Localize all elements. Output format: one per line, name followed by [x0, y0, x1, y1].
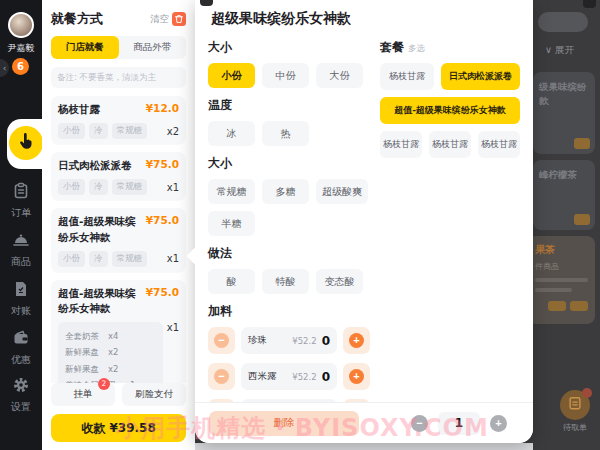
combo-chip[interactable]: 日式肉松派派卷	[441, 63, 520, 90]
addon-qty: 0	[322, 334, 330, 348]
option-chip[interactable]: 常规糖	[208, 179, 255, 204]
modal-title: 超级果味缤纷乐女神款	[211, 10, 520, 28]
gear-icon	[12, 379, 30, 398]
trash-icon	[172, 12, 186, 26]
sidebar-item-settings[interactable]: 设置	[0, 376, 42, 414]
pos-app: 尹嘉毅 ‹ 6 订单 商品 对账 优惠 设置	[0, 0, 600, 450]
option-chip[interactable]: 变态酸	[316, 269, 363, 294]
combo-chip[interactable]: 杨枝甘露	[380, 63, 434, 90]
option-chip[interactable]: 特酸	[262, 269, 309, 294]
group-label-addons: 加料	[208, 303, 370, 320]
add-to-cart-badge	[574, 214, 590, 225]
plus-stepper-button[interactable]: +	[343, 327, 370, 354]
plus-stepper-button[interactable]: +	[343, 363, 370, 390]
group-label-method: 做法	[208, 245, 370, 262]
combo-chip[interactable]: 杨枝甘露	[380, 131, 422, 158]
tab-takeout[interactable]: 商品外带	[119, 36, 187, 59]
minus-icon: −	[214, 369, 229, 384]
modal-footer: 删除 − 1 +	[195, 402, 533, 443]
hand-pointer-icon	[17, 132, 35, 154]
option-chip[interactable]: 大份	[316, 63, 363, 88]
spec-tag: 小份	[58, 179, 85, 195]
minus-stepper-button[interactable]: −	[208, 363, 235, 390]
combo-chip[interactable]: 超值-超级果味缤纷乐女神款	[380, 97, 520, 124]
dine-mode-tabs: 门店就餐 商品外带	[51, 36, 186, 59]
order-note-input[interactable]: 备注: 不要香菜，清淡为主	[51, 67, 186, 88]
spec-tag: 常规糖	[112, 179, 148, 195]
option-chip[interactable]: 多糖	[262, 179, 309, 204]
addon-row: − 珍珠 ¥52.2 0 +	[208, 327, 370, 354]
order-item[interactable]: 超值-超级果味缤纷乐女神款 ¥75.0 小份 冷 常规糖 x1	[51, 208, 186, 272]
avatar[interactable]	[8, 12, 34, 38]
pickup-badge	[582, 388, 592, 398]
addon-qty: 0	[322, 370, 330, 384]
option-chip[interactable]: 冰	[208, 121, 255, 146]
hold-order-badge: 2	[98, 378, 110, 390]
clear-order-button[interactable]: 清空	[150, 12, 186, 26]
tab-dine-in[interactable]: 门店就餐	[51, 36, 119, 59]
addon-row: − 西米露 ¥52.2 0 +	[208, 363, 370, 390]
option-chip[interactable]: 热	[262, 121, 309, 146]
pending-pickup-button: 待取单	[553, 390, 597, 433]
option-chip[interactable]: 超级酸爽	[316, 179, 368, 204]
clipboard-icon	[12, 185, 30, 204]
spec-tag: 常规糖	[112, 123, 148, 139]
item-qty: x1	[167, 322, 179, 333]
qty-minus-button[interactable]: −	[411, 415, 428, 432]
option-chip[interactable]: 小份	[208, 63, 255, 88]
qty-plus-button[interactable]: +	[490, 415, 507, 432]
order-item[interactable]: 日式肉松派派卷 ¥75.0 小份 冷 常规糖 x1	[51, 152, 186, 201]
option-chip[interactable]: 半糖	[208, 211, 255, 236]
panel-close-icon	[583, 0, 596, 8]
addon-item: 珍珠 ¥52.2 0	[241, 327, 337, 354]
sidebar-item-products[interactable]: 商品	[0, 231, 42, 269]
user-name: 尹嘉毅	[0, 42, 42, 55]
combo-chip[interactable]: 杨枝甘露	[478, 131, 520, 158]
modal-bottom-strip	[195, 443, 533, 450]
sidebar-item-reconcile[interactable]: 对账	[0, 280, 42, 318]
popup-button	[570, 301, 588, 311]
expand-link: ∨ 展开	[545, 44, 574, 57]
add-to-cart-badge	[574, 138, 590, 149]
qty-value: 1	[438, 412, 480, 435]
product-card: 峰柠檬茶	[533, 160, 595, 230]
group-label-size: 大小	[208, 39, 370, 56]
report-document-icon	[12, 283, 30, 302]
spec-tag: 常规糖	[112, 251, 148, 267]
plus-icon: +	[349, 369, 364, 384]
modal-close-icon[interactable]	[200, 0, 213, 6]
combo-components: 全套奶茶x4 新鲜果盘x2 新鲜果盘x2 美味全日坚果x1	[58, 322, 163, 383]
minus-stepper-button[interactable]: −	[208, 327, 235, 354]
sidebar-item-orders[interactable]: 订单	[0, 182, 42, 220]
order-item[interactable]: 杨枝甘露 ¥12.0 小份 冷 常规糖 x2	[51, 96, 186, 145]
option-chip[interactable]: 酸	[208, 269, 255, 294]
panel-title: 就餐方式	[51, 10, 103, 28]
spec-tag: 冷	[89, 251, 108, 267]
cart-popup-card: 果茶 件商品	[528, 236, 595, 324]
sidebar-item-discounts[interactable]: 优惠	[0, 329, 42, 367]
sidebar: 尹嘉毅 ‹ 6 订单 商品 对账 优惠 设置	[0, 0, 42, 450]
spec-tag: 小份	[58, 123, 85, 139]
item-quantity-stepper: − 1 +	[411, 412, 507, 435]
face-pay-button[interactable]: 刷脸支付	[122, 383, 186, 406]
wallet-icon	[12, 332, 30, 351]
delete-item-button[interactable]: 删除	[209, 411, 359, 436]
order-item-selected[interactable]: 超值-超级果味缤纷乐女神款 ¥75.0 全套奶茶x4 新鲜果盘x2 新鲜果盘x2…	[51, 280, 186, 383]
order-panel: 就餐方式 清空 门店就餐 商品外带 备注: 不要香菜，清淡为主 杨枝甘露 ¥12…	[42, 0, 195, 450]
sidebar-item-ordering[interactable]	[9, 126, 43, 160]
group-label-sugar: 大小	[208, 155, 370, 172]
combo-chip[interactable]: 杨枝甘露	[429, 131, 471, 158]
checkout-button[interactable]: 收款 ¥39.58	[51, 414, 186, 442]
collapse-chevron-icon[interactable]: ‹	[0, 59, 9, 77]
group-label-combo: 套餐 多选	[380, 39, 520, 56]
hold-order-button[interactable]: 挂单 2	[51, 383, 115, 406]
order-item-list: 杨枝甘露 ¥12.0 小份 冷 常规糖 x2 日式肉松派派卷 ¥75.0 小份 …	[51, 96, 186, 383]
item-qty: x2	[167, 126, 179, 137]
plus-icon: +	[349, 333, 364, 348]
spec-tag: 冷	[89, 179, 108, 195]
group-label-temperature: 温度	[208, 97, 370, 114]
option-chip[interactable]: 中份	[262, 63, 309, 88]
popup-button	[548, 301, 566, 311]
pickup-clipboard-icon	[567, 395, 583, 415]
item-qty: x1	[167, 253, 179, 264]
